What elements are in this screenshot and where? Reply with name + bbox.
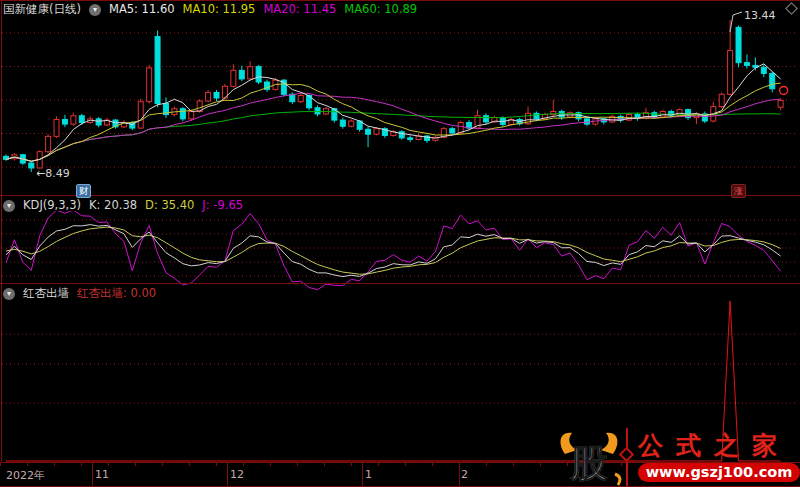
- axis-month-label: 2: [461, 468, 468, 481]
- chevron-down-icon[interactable]: ▾: [3, 200, 15, 212]
- chevron-down-icon[interactable]: ▾: [3, 288, 15, 300]
- kdj-header: ▾ KDJ(9,3,3) K: 20.38 D: 35.40 J: -9.65: [3, 199, 243, 212]
- axis-month-label: 1: [365, 468, 372, 481]
- stock-title: 国新健康(日线): [3, 3, 81, 16]
- axis-month-label: 12: [230, 468, 244, 481]
- high-price-annotation: 13.44: [744, 9, 776, 22]
- panel-border: [0, 195, 800, 196]
- low-price-annotation: ←8.49: [36, 167, 70, 180]
- kdj-title: KDJ(9,3,3): [23, 199, 81, 212]
- svg-text:股: 股: [570, 442, 608, 485]
- info-badge-cai[interactable]: 财: [76, 184, 91, 198]
- charts-canvas[interactable]: [0, 0, 800, 487]
- kdj-k-value: K: 20.38: [89, 199, 137, 212]
- panel-border: [0, 0, 800, 1]
- signal-header: ▾ 红杏出墙 红杏出墙: 0.00: [3, 287, 156, 300]
- ma10-label: MA10: 11.95: [183, 3, 256, 16]
- axis-month-label: 11: [95, 468, 109, 481]
- info-badge-zhang[interactable]: 涨: [731, 184, 746, 198]
- panel-border: [0, 283, 800, 284]
- axis-month-label: 2022年: [6, 468, 45, 483]
- stock-app-window: 国新健康(日线) ▾ MA5: 11.60 MA10: 11.95 MA20: …: [0, 0, 800, 487]
- kdj-j-value: J: -9.65: [202, 199, 243, 212]
- bull-logo-icon: 股: [556, 427, 622, 487]
- ma60-label: MA60: 10.89: [344, 3, 417, 16]
- ma5-label: MA5: 11.60: [109, 3, 175, 16]
- watermark-site-name: 公式之家: [638, 429, 800, 462]
- kdj-d-value: D: 35.40: [145, 199, 194, 212]
- signal-title: 红杏出墙: [23, 287, 69, 300]
- watermark: 股 公式之家 www.gszj100.com: [556, 427, 800, 487]
- axis-month-separator: [227, 463, 228, 486]
- ma20-label: MA20: 11.45: [263, 3, 336, 16]
- axis-month-separator: [92, 463, 93, 486]
- watermark-url[interactable]: www.gszj100.com: [638, 463, 800, 482]
- axis-month-separator: [459, 463, 460, 486]
- signal-value: 红杏出墙: 0.00: [77, 287, 156, 300]
- panel-border: [1, 0, 2, 462]
- chevron-down-icon[interactable]: ▾: [89, 4, 101, 16]
- axis-month-separator: [362, 463, 363, 486]
- main-chart-header: 国新健康(日线) ▾ MA5: 11.60 MA10: 11.95 MA20: …: [3, 3, 417, 16]
